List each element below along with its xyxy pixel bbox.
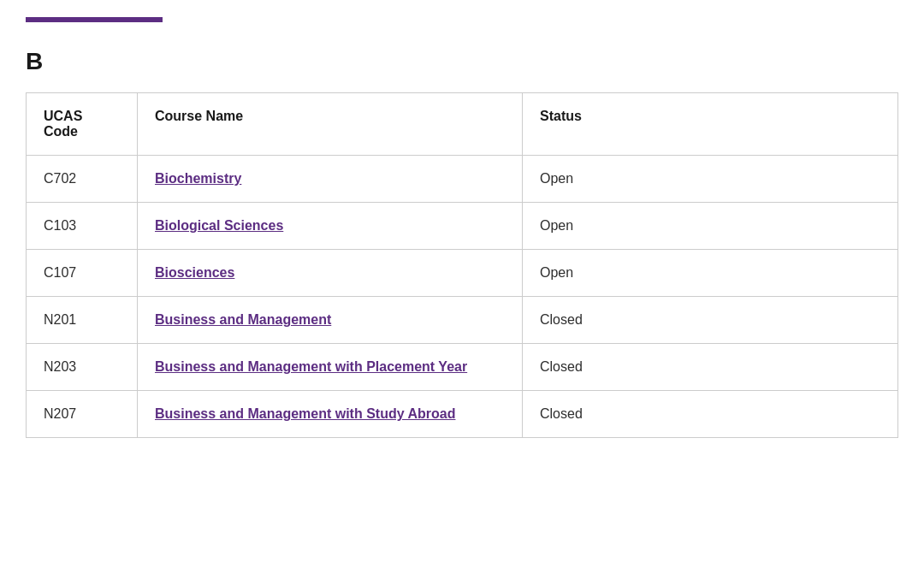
course-link[interactable]: Biosciences [155,265,234,280]
accent-bar [26,17,163,22]
course-name-cell: Business and Management [138,297,523,344]
table-row: N203Business and Management with Placeme… [27,344,898,391]
table-row: C702BiochemistryOpen [27,156,898,203]
course-link[interactable]: Business and Management with Study Abroa… [155,406,455,421]
ucas-code-cell: C702 [27,156,138,203]
status-cell: Open [523,203,898,250]
ucas-code-cell: C107 [27,250,138,297]
course-link[interactable]: Biochemistry [155,171,241,186]
status-cell: Closed [523,391,898,438]
status-cell: Open [523,250,898,297]
ucas-code-cell: C103 [27,203,138,250]
status-cell: Closed [523,297,898,344]
ucas-code-cell: N203 [27,344,138,391]
table-row: N201Business and ManagementClosed [27,297,898,344]
course-link[interactable]: Business and Management with Placement Y… [155,359,467,374]
section-letter: B [26,48,898,75]
courses-table: UCAS Code Course Name Status C702Biochem… [26,92,898,438]
course-link[interactable]: Business and Management [155,312,331,327]
course-name-cell: Biosciences [138,250,523,297]
ucas-code-cell: N207 [27,391,138,438]
course-name-cell: Biological Sciences [138,203,523,250]
course-link[interactable]: Biological Sciences [155,218,283,233]
table-row: N207Business and Management with Study A… [27,391,898,438]
course-name-cell: Biochemistry [138,156,523,203]
status-cell: Open [523,156,898,203]
ucas-code-cell: N201 [27,297,138,344]
table-header-row: UCAS Code Course Name Status [27,93,898,156]
course-name-cell: Business and Management with Study Abroa… [138,391,523,438]
table-row: C107BiosciencesOpen [27,250,898,297]
table-row: C103Biological SciencesOpen [27,203,898,250]
status-header: Status [523,93,898,156]
course-name-header: Course Name [138,93,523,156]
ucas-code-header: UCAS Code [27,93,138,156]
status-cell: Closed [523,344,898,391]
course-name-cell: Business and Management with Placement Y… [138,344,523,391]
